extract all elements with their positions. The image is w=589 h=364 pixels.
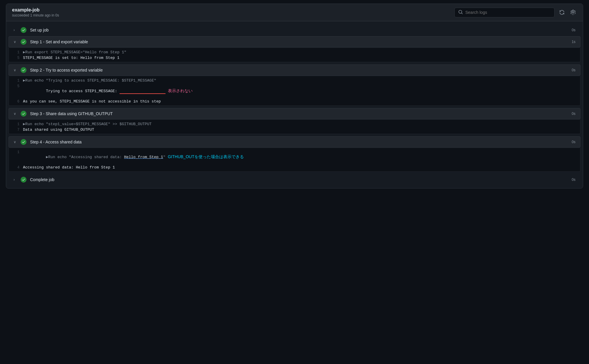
log-line: 4 Accessing shared data: Hello from Step… [9, 165, 580, 170]
search-box[interactable] [454, 8, 555, 17]
line-number: 5 [14, 84, 19, 88]
run-prefix: ▶Run echo "Accessing shared data: [46, 155, 124, 159]
line-number: 1 [14, 122, 19, 126]
log-content: As you can see, STEP1_MESSAGE is not acc… [23, 99, 575, 104]
step-setup-row[interactable]: › Set up job 0s [9, 24, 580, 36]
step3-time: 0s [572, 112, 575, 116]
log-line: 1 ▶Run export STEP1_MESSAGE="Hello from … [9, 49, 580, 55]
step4-label: Step 4 - Access shared data [30, 140, 572, 144]
job-title: example-job [12, 7, 59, 13]
log-line: 5 Trying to access STEP1_MESSAGE: 表示されない [9, 83, 580, 99]
log-line: 1 ▶Run echo "step1_value=$STEP1_MESSAGE"… [9, 121, 580, 127]
status-icon-setup [21, 27, 27, 33]
step-complete-label: Complete job [30, 177, 572, 182]
status-icon-complete [21, 177, 27, 183]
step1-time: 1s [572, 40, 575, 44]
log-content: ▶Run echo "Trying to access STEP1_MESSAG… [23, 78, 575, 83]
step3-label: Step 3 - Share data using GITHUB_OUTPUT [30, 111, 572, 116]
line-number: 1 [14, 79, 19, 83]
log-content: ▶Run echo "step1_value=$STEP1_MESSAGE" >… [23, 122, 575, 126]
step2-label: Step 2 - Try to access exported variable [30, 68, 572, 72]
log-line: 6 As you can see, STEP1_MESSAGE is not a… [9, 99, 580, 104]
step2-logs: 1 ▶Run echo "Trying to access STEP1_MESS… [9, 76, 580, 106]
log-content: ▶Run export STEP1_MESSAGE="Hello from St… [23, 50, 575, 54]
main-container: example-job succeeded 1 minute ago in 0s [6, 4, 583, 188]
annotation-text-pink: 表示されない [168, 88, 193, 93]
step4-time: 0s [572, 140, 575, 144]
log-line: 1 ▶Run echo "Accessing shared data: Hell… [9, 149, 580, 165]
status-icon-step2 [21, 67, 27, 73]
header-left: example-job succeeded 1 minute ago in 0s [12, 7, 59, 17]
log-content: STEP1_MESSAGE is set to: Hello from Step… [23, 56, 575, 60]
header-right [454, 8, 577, 17]
refresh-icon [559, 10, 565, 15]
step-complete-row[interactable]: › Complete job 0s [9, 174, 580, 185]
settings-button[interactable] [569, 9, 577, 16]
chevron-right-icon: › [14, 28, 18, 32]
step4-row[interactable]: ∨ Step 4 - Access shared data 0s [9, 136, 580, 148]
search-icon [458, 10, 463, 15]
step3-row[interactable]: ∨ Step 3 - Share data using GITHUB_OUTPU… [9, 108, 580, 119]
line-number: 1 [14, 50, 19, 54]
chevron-down-icon-4: ∨ [14, 140, 18, 144]
step1-logs: 1 ▶Run export STEP1_MESSAGE="Hello from … [9, 48, 580, 62]
steps-container: › Set up job 0s ∨ Step 1 - Set and expor… [6, 21, 583, 188]
log-line: 1 ▶Run echo "Trying to access STEP1_MESS… [9, 77, 580, 83]
step-setup-time: 0s [572, 28, 575, 32]
step2-time: 0s [572, 68, 575, 72]
step1-label: Step 1 - Set and export variable [30, 39, 572, 44]
step4-logs: 1 ▶Run echo "Accessing shared data: Hell… [9, 148, 580, 172]
log-content: Data shared using GITHUB_OUTPUT [23, 128, 575, 132]
chevron-right-icon-complete: › [14, 178, 18, 182]
line-number: 6 [14, 100, 19, 104]
status-icon-step1 [21, 39, 27, 45]
step-setup-label: Set up job [30, 28, 572, 32]
step-complete-time: 0s [572, 178, 575, 182]
job-subtitle: succeeded 1 minute ago in 0s [12, 13, 59, 17]
line-number: 1 [14, 150, 19, 154]
log-content: ▶Run echo "Accessing shared data: Hello_… [23, 150, 575, 164]
run-suffix: " [163, 155, 166, 159]
chevron-down-icon-2: ∨ [14, 68, 18, 72]
log-content: Trying to access STEP1_MESSAGE: 表示されない [23, 84, 575, 98]
status-icon-step3 [21, 111, 27, 117]
log-line: 7 Data shared using GITHUB_OUTPUT [9, 127, 580, 133]
status-icon-step4 [21, 139, 27, 145]
chevron-down-icon-3: ∨ [14, 112, 18, 116]
settings-icon [570, 10, 576, 15]
refresh-button[interactable] [558, 9, 566, 16]
chevron-down-icon-1: ∨ [14, 40, 18, 44]
log-line: 5 STEP1_MESSAGE is set to: Hello from St… [9, 55, 580, 61]
redline-annotation [120, 89, 166, 94]
header: example-job succeeded 1 minute ago in 0s [6, 4, 583, 21]
step3-logs: 1 ▶Run echo "step1_value=$STEP1_MESSAGE"… [9, 120, 580, 134]
line-number: 5 [14, 56, 19, 60]
link-text: Hello_from_Step_1 [124, 155, 163, 159]
step1-row[interactable]: ∨ Step 1 - Set and export variable 1s [9, 36, 580, 47]
line-number: 4 [14, 166, 19, 170]
line-number: 7 [14, 128, 19, 132]
step2-row[interactable]: ∨ Step 2 - Try to access exported variab… [9, 64, 580, 76]
log-content: Accessing shared data: Hello from Step 1 [23, 165, 575, 170]
log-text: Trying to access STEP1_MESSAGE: [46, 89, 120, 93]
search-input[interactable] [465, 10, 551, 15]
annotation-text-cyan: GITHUB_OUTを使った場合は表示できる [168, 154, 244, 159]
